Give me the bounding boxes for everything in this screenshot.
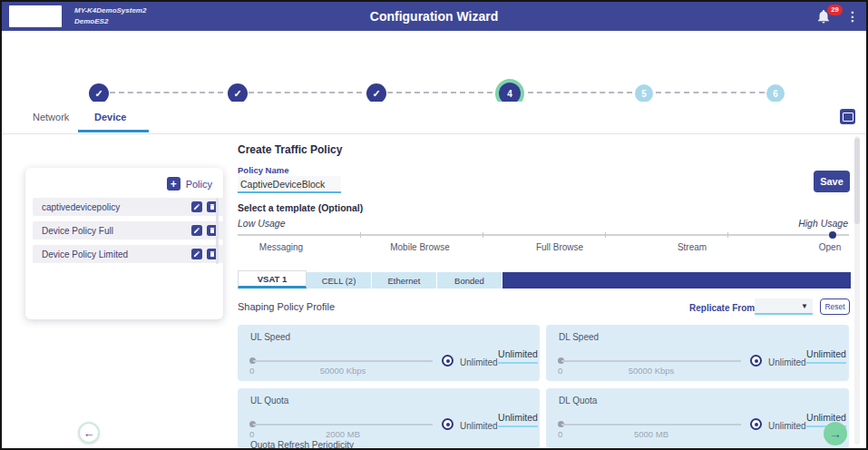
ul-quota-card: UL Quota 0 2000 MB Unlimited Unlimited Q… [238,388,540,448]
slider-handle[interactable] [829,231,836,239]
template-option-messaging[interactable]: Messaging [227,242,336,252]
shaper-title: DL Speed [559,332,599,342]
stepper-connector [249,92,362,93]
value-field[interactable]: Unlimited [498,348,538,364]
policy-name: captivedevicepolicy [33,202,120,212]
notifications-button[interactable]: 29 [815,8,835,28]
unlimited-radio-label: Unlimited [768,357,806,367]
tab-cell[interactable]: CELL (2) [307,272,372,289]
step-number: 5 [641,89,647,99]
tab-vsat-1[interactable]: VSAT 1 [238,270,307,289]
back-button[interactable]: ← [78,422,100,444]
interface-tabs: VSAT 1 CELL (2) Ethernet Bonded [238,270,851,289]
range-track[interactable] [561,360,741,362]
range-max: 50000 Kbps [238,366,448,376]
policy-list-item[interactable]: Device Policy Full [33,221,225,240]
step-access-networks[interactable]: ✓ [228,83,248,103]
dl-quota-card: DL Quota 0 5000 MB Unlimited Unlimited [546,388,849,448]
check-icon: ✓ [94,88,102,100]
low-usage-label: Low Usage [238,218,286,229]
slider-tick [727,232,728,238]
unlimited-radio[interactable] [750,355,762,367]
template-option-mobile-browse[interactable]: Mobile Browse [366,242,474,252]
tab-bonded[interactable]: Bonded [437,272,502,289]
high-usage-label: High Usage [798,218,848,229]
step-wan-profiles[interactable]: ✓ [366,83,386,103]
policy-name-input[interactable] [238,176,341,193]
step-number: 4 [507,89,512,99]
stepper-connector [528,92,632,93]
unlimited-radio-label: Unlimited [460,421,498,431]
tab-device[interactable]: Device [94,112,126,122]
template-option-full-browse[interactable]: Full Browse [505,242,614,252]
stepper-connector [387,92,493,93]
value-field[interactable]: Unlimited [806,348,846,364]
template-option-stream[interactable]: Stream [638,242,746,252]
back-arrow-icon: ← [83,426,95,440]
pencil-icon [193,203,200,210]
range-max: 5000 MB [546,429,756,439]
page-scrollbar[interactable] [854,136,860,445]
page-title: Configuration Wizard [2,9,866,24]
slider-tick [360,232,361,238]
configuration-wizard-window: MY-K4DemoSystem2 DemoES2 Configuration W… [0,0,868,450]
pencil-icon [193,227,200,234]
next-button[interactable]: → [824,422,847,445]
unlimited-radio-label: Unlimited [768,421,806,431]
shaper-title: DL Quota [559,396,597,406]
tab-network[interactable]: Network [33,112,69,122]
edit-policy-button[interactable] [191,201,202,212]
step-general-settings[interactable]: 6 [766,84,785,103]
chevron-down-icon: ▼ [801,302,808,310]
kebab-menu-icon[interactable]: ⋮ [846,8,859,24]
step-number: 6 [773,89,778,99]
range-max: 50000 Kbps [546,366,756,376]
save-button[interactable]: Save [814,171,850,192]
scrollbar-thumb[interactable] [854,138,860,224]
template-slider[interactable] [238,234,849,236]
unlimited-radio[interactable] [750,418,762,430]
shaping-section-title: Shaping Policy Profile [238,301,335,312]
range-track[interactable] [253,360,433,362]
tab-ethernet[interactable]: Ethernet [372,272,437,289]
panel-scrollbar[interactable] [216,198,219,264]
wizard-stepper: ✓ ✓ ✓ 4 5 6 Interfaces Access Networks W… [2,36,866,102]
active-tab-underline [78,130,149,132]
template-section-label: Select a template (Optional) [238,202,363,213]
pencil-icon [193,250,200,258]
trash-icon [209,203,216,210]
range-track[interactable] [253,424,433,426]
add-policy-button[interactable]: + Policy [167,177,212,191]
add-policy-label: Policy [186,179,212,190]
value-field[interactable]: Unlimited [498,412,538,427]
unlimited-radio-label: Unlimited [460,357,498,367]
policy-list-panel: + Policy captivedevicepolicy Device Poli… [25,168,223,319]
unlimited-radio[interactable] [442,418,454,430]
edit-policy-button[interactable] [191,249,202,259]
window-icon[interactable] [840,109,855,124]
policy-list-item[interactable]: captivedevicepolicy [33,198,225,216]
slider-tick [483,232,483,238]
check-icon: ✓ [233,88,241,100]
range-max: 2000 MB [238,429,448,439]
shaper-title: UL Speed [250,332,290,342]
stepper-connector [110,92,223,93]
step-interfaces[interactable]: ✓ [89,83,109,103]
ul-speed-card: UL Speed 0 50000 Kbps Unlimited Unlimite… [238,325,540,381]
tab-bar-filler [502,272,851,289]
reset-button[interactable]: Reset [820,298,850,315]
unlimited-radio[interactable] [442,355,454,367]
stepper-connector [656,92,765,93]
edit-policy-button[interactable] [191,225,202,236]
replicate-from-dropdown[interactable]: ▼ [755,298,813,315]
policy-list-item[interactable]: Device Policy Limited [33,245,225,263]
step-firewall[interactable]: 5 [635,84,653,103]
range-track[interactable] [561,424,741,426]
plus-icon: + [167,177,180,191]
trash-icon [209,250,216,258]
app-header: MY-K4DemoSystem2 DemoES2 Configuration W… [2,2,866,31]
slider-tick [605,232,606,238]
next-arrow-icon: → [829,426,842,441]
replicate-from-label: Replicate From: [689,303,758,313]
policy-name-label: Policy Name [238,165,289,175]
